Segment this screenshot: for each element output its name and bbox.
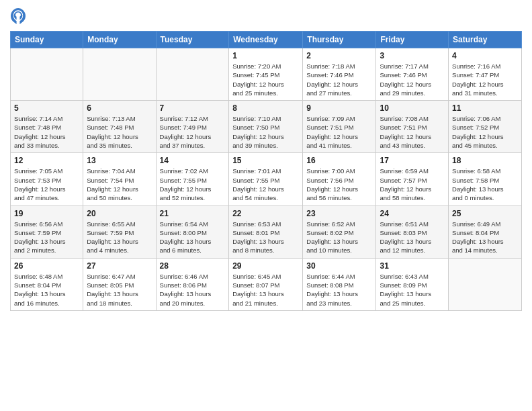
weekday-header-tuesday: Tuesday [156,32,229,48]
calendar-cell: 21Sunrise: 6:54 AM Sunset: 8:00 PM Dayli… [156,205,229,258]
calendar-cell: 3Sunrise: 7:17 AM Sunset: 7:46 PM Daylig… [376,48,449,101]
calendar-cell: 22Sunrise: 6:53 AM Sunset: 8:01 PM Dayli… [229,205,303,258]
day-number: 26 [14,261,79,271]
weekday-header-thursday: Thursday [303,32,376,48]
day-number: 25 [452,209,518,218]
weekday-header-monday: Monday [83,32,156,48]
day-info: Sunrise: 7:05 AM Sunset: 7:53 PM Dayligh… [14,167,79,202]
calendar-cell: 23Sunrise: 6:52 AM Sunset: 8:02 PM Dayli… [303,205,376,258]
day-number: 10 [380,103,445,113]
calendar-cell [83,48,156,101]
week-row-2: 12Sunrise: 7:05 AM Sunset: 7:53 PM Dayli… [11,153,522,205]
week-row-4: 26Sunrise: 6:48 AM Sunset: 8:04 PM Dayli… [11,258,522,310]
day-info: Sunrise: 7:14 AM Sunset: 7:48 PM Dayligh… [14,114,79,150]
day-info: Sunrise: 7:02 AM Sunset: 7:55 PM Dayligh… [160,167,226,202]
calendar-cell: 30Sunrise: 6:44 AM Sunset: 8:08 PM Dayli… [303,258,376,310]
day-info: Sunrise: 7:06 AM Sunset: 7:52 PM Dayligh… [452,114,518,150]
day-number: 3 [380,51,445,60]
day-number: 13 [87,156,152,165]
day-number: 19 [14,209,79,218]
calendar-cell: 10Sunrise: 7:08 AM Sunset: 7:51 PM Dayli… [376,101,449,153]
day-info: Sunrise: 6:44 AM Sunset: 8:08 PM Dayligh… [306,272,372,308]
day-number: 24 [380,209,445,218]
day-info: Sunrise: 6:48 AM Sunset: 8:04 PM Dayligh… [14,272,79,308]
calendar-cell: 27Sunrise: 6:47 AM Sunset: 8:05 PM Dayli… [83,258,156,310]
day-info: Sunrise: 7:00 AM Sunset: 7:56 PM Dayligh… [306,167,372,202]
day-info: Sunrise: 7:20 AM Sunset: 7:45 PM Dayligh… [232,62,299,97]
day-number: 2 [306,51,372,60]
day-number: 30 [306,261,372,271]
weekday-header-wednesday: Wednesday [229,32,303,48]
day-number: 16 [306,156,372,165]
calendar-cell: 16Sunrise: 7:00 AM Sunset: 7:56 PM Dayli… [303,153,376,205]
calendar-cell: 25Sunrise: 6:49 AM Sunset: 8:04 PM Dayli… [449,205,522,258]
calendar-cell: 12Sunrise: 7:05 AM Sunset: 7:53 PM Dayli… [11,153,83,205]
day-info: Sunrise: 6:53 AM Sunset: 8:01 PM Dayligh… [232,220,299,255]
week-row-3: 19Sunrise: 6:56 AM Sunset: 7:59 PM Dayli… [11,205,522,258]
day-info: Sunrise: 6:55 AM Sunset: 7:59 PM Dayligh… [87,220,152,255]
header [10,7,522,26]
day-info: Sunrise: 6:51 AM Sunset: 8:03 PM Dayligh… [380,220,445,255]
day-info: Sunrise: 7:12 AM Sunset: 7:49 PM Dayligh… [160,114,226,150]
day-number: 4 [452,51,518,60]
day-info: Sunrise: 6:49 AM Sunset: 8:04 PM Dayligh… [452,220,518,255]
day-number: 8 [232,103,299,113]
calendar-cell: 8Sunrise: 7:10 AM Sunset: 7:50 PM Daylig… [229,101,303,153]
day-info: Sunrise: 6:58 AM Sunset: 7:58 PM Dayligh… [452,167,518,202]
day-number: 11 [452,103,518,113]
calendar-cell: 6Sunrise: 7:13 AM Sunset: 7:48 PM Daylig… [83,101,156,153]
day-info: Sunrise: 7:09 AM Sunset: 7:51 PM Dayligh… [306,114,372,150]
week-row-0: 1Sunrise: 7:20 AM Sunset: 7:45 PM Daylig… [11,48,522,101]
day-number: 12 [14,156,79,165]
calendar-cell: 11Sunrise: 7:06 AM Sunset: 7:52 PM Dayli… [449,101,522,153]
day-info: Sunrise: 7:01 AM Sunset: 7:55 PM Dayligh… [232,167,299,202]
day-number: 17 [380,156,445,165]
calendar-cell: 5Sunrise: 7:14 AM Sunset: 7:48 PM Daylig… [11,101,83,153]
calendar-table: SundayMondayTuesdayWednesdayThursdayFrid… [10,31,522,311]
calendar-cell: 13Sunrise: 7:04 AM Sunset: 7:54 PM Dayli… [83,153,156,205]
page: SundayMondayTuesdayWednesdayThursdayFrid… [0,0,532,411]
calendar-cell: 17Sunrise: 6:59 AM Sunset: 7:57 PM Dayli… [376,153,449,205]
day-number: 21 [160,209,226,218]
day-info: Sunrise: 7:08 AM Sunset: 7:51 PM Dayligh… [380,114,445,150]
calendar-cell [156,48,229,101]
day-number: 28 [160,261,226,271]
calendar-cell [11,48,83,101]
day-info: Sunrise: 6:43 AM Sunset: 8:09 PM Dayligh… [380,272,445,308]
calendar-cell: 2Sunrise: 7:18 AM Sunset: 7:46 PM Daylig… [303,48,376,101]
weekday-header-saturday: Saturday [449,32,522,48]
calendar-cell: 20Sunrise: 6:55 AM Sunset: 7:59 PM Dayli… [83,205,156,258]
logo [10,7,29,26]
day-info: Sunrise: 7:10 AM Sunset: 7:50 PM Dayligh… [232,114,299,150]
day-number: 6 [87,103,152,113]
day-number: 31 [380,261,445,271]
day-info: Sunrise: 6:46 AM Sunset: 8:06 PM Dayligh… [160,272,226,308]
calendar-cell: 14Sunrise: 7:02 AM Sunset: 7:55 PM Dayli… [156,153,229,205]
day-info: Sunrise: 6:52 AM Sunset: 8:02 PM Dayligh… [306,220,372,255]
day-number: 5 [14,103,79,113]
day-number: 1 [232,51,299,60]
day-info: Sunrise: 6:59 AM Sunset: 7:57 PM Dayligh… [380,167,445,202]
calendar-cell: 18Sunrise: 6:58 AM Sunset: 7:58 PM Dayli… [449,153,522,205]
calendar-cell: 19Sunrise: 6:56 AM Sunset: 7:59 PM Dayli… [11,205,83,258]
day-info: Sunrise: 7:16 AM Sunset: 7:47 PM Dayligh… [452,62,518,97]
calendar-cell: 1Sunrise: 7:20 AM Sunset: 7:45 PM Daylig… [229,48,303,101]
day-info: Sunrise: 6:45 AM Sunset: 8:07 PM Dayligh… [232,272,299,308]
calendar-cell: 9Sunrise: 7:09 AM Sunset: 7:51 PM Daylig… [303,101,376,153]
calendar-cell: 28Sunrise: 6:46 AM Sunset: 8:06 PM Dayli… [156,258,229,310]
day-info: Sunrise: 6:56 AM Sunset: 7:59 PM Dayligh… [14,220,79,255]
calendar-cell: 15Sunrise: 7:01 AM Sunset: 7:55 PM Dayli… [229,153,303,205]
week-row-1: 5Sunrise: 7:14 AM Sunset: 7:48 PM Daylig… [11,101,522,153]
day-number: 20 [87,209,152,218]
day-info: Sunrise: 6:54 AM Sunset: 8:00 PM Dayligh… [160,220,226,255]
day-number: 22 [232,209,299,218]
weekday-header-row: SundayMondayTuesdayWednesdayThursdayFrid… [11,32,522,48]
day-number: 18 [452,156,518,165]
calendar-cell: 7Sunrise: 7:12 AM Sunset: 7:49 PM Daylig… [156,101,229,153]
calendar-cell: 24Sunrise: 6:51 AM Sunset: 8:03 PM Dayli… [376,205,449,258]
calendar-cell: 31Sunrise: 6:43 AM Sunset: 8:09 PM Dayli… [376,258,449,310]
weekday-header-friday: Friday [376,32,449,48]
calendar-cell: 4Sunrise: 7:16 AM Sunset: 7:47 PM Daylig… [449,48,522,101]
day-info: Sunrise: 7:13 AM Sunset: 7:48 PM Dayligh… [87,114,152,150]
day-number: 9 [306,103,372,113]
